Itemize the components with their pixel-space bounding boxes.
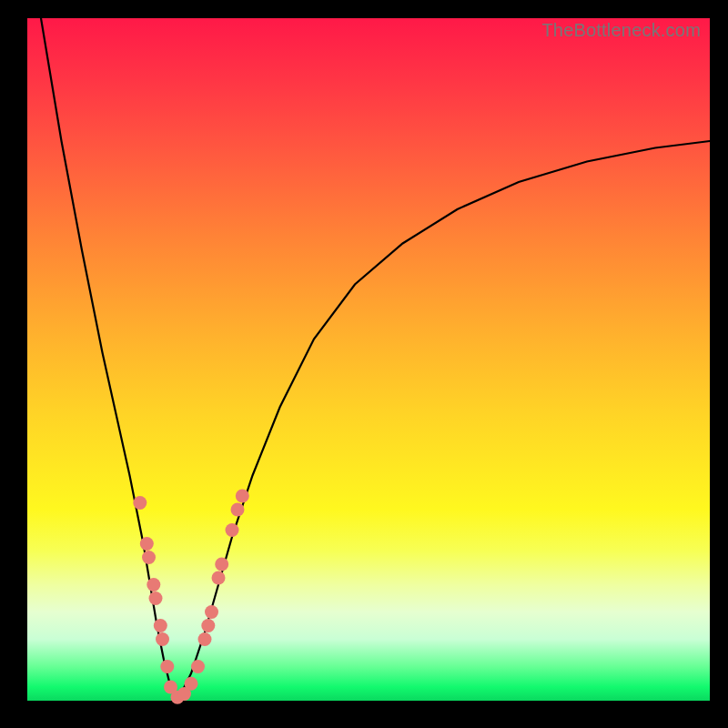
data-dot xyxy=(205,605,218,619)
data-dot xyxy=(133,496,147,510)
data-dot xyxy=(236,490,249,503)
data-dot xyxy=(212,571,226,585)
data-dot xyxy=(185,677,198,691)
data-dot xyxy=(191,660,205,673)
data-dot xyxy=(160,660,174,673)
data-dot xyxy=(231,503,245,517)
data-dot xyxy=(147,578,160,592)
bottleneck-curve xyxy=(41,18,710,701)
chart-frame: TheBottleneck.com xyxy=(0,0,728,728)
plot-area: TheBottleneck.com xyxy=(27,18,710,701)
data-dot xyxy=(140,537,154,551)
curve-curve-right xyxy=(177,141,710,701)
data-dot xyxy=(156,632,169,646)
data-dot xyxy=(226,523,239,537)
data-dot xyxy=(201,619,215,632)
data-dot xyxy=(198,632,212,646)
data-dot xyxy=(154,619,167,632)
curve-svg xyxy=(27,18,710,701)
data-dot xyxy=(142,551,156,564)
data-dot xyxy=(215,558,228,571)
data-dot xyxy=(149,592,163,605)
